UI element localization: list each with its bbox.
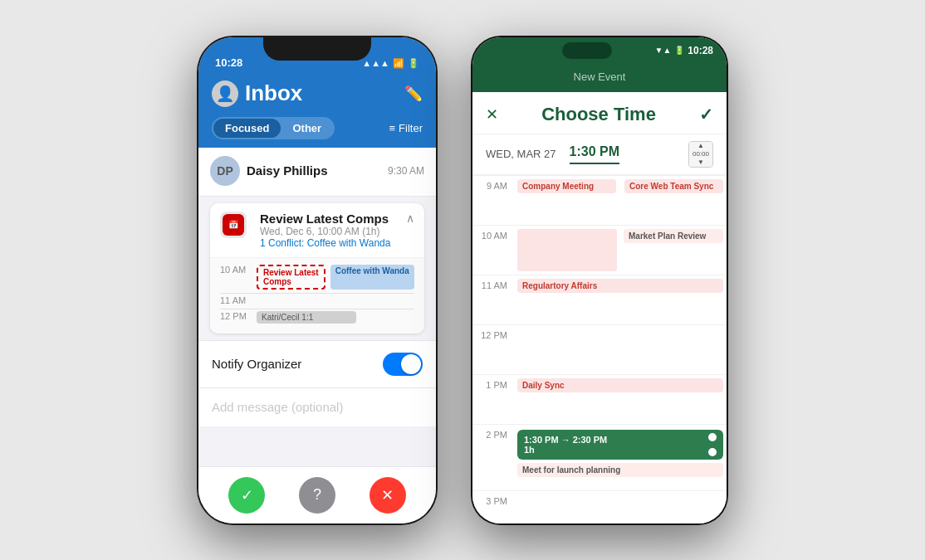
phones-container: 10:28 ▲▲▲ 📶 🔋 👤 Inbox ✏️ bbox=[197, 36, 728, 525]
company-meeting-event[interactable]: Company Meeting bbox=[517, 179, 616, 193]
maybe-button[interactable]: ? bbox=[299, 477, 335, 514]
android-screen: ▼▲ 🔋 10:28 New Event ✕ Choose Time ✓ WED… bbox=[472, 37, 727, 523]
drag-handle-top[interactable] bbox=[707, 431, 718, 443]
accept-button[interactable]: ✓ bbox=[228, 477, 265, 514]
filter-button[interactable]: ≡ Filter bbox=[389, 122, 423, 134]
event-card[interactable]: 📅 Review Latest Comps Wed, Dec 6, 10:00 … bbox=[210, 203, 424, 334]
events-12pm bbox=[514, 325, 727, 374]
decline-button[interactable]: ✕ bbox=[370, 477, 406, 514]
date-time-row: WED, MAR 27 1:30 PM ▲ 00:00 ▼ bbox=[472, 134, 727, 176]
cal-row-3pm: 3 PM bbox=[472, 491, 727, 523]
daily-sync-event[interactable]: Daily Sync bbox=[517, 378, 723, 392]
time-label-active[interactable]: 1:30 PM bbox=[570, 144, 619, 164]
launch-planning-event[interactable]: Meet for launch planning bbox=[517, 463, 723, 477]
signal-icon: ▲▲▲ bbox=[362, 58, 389, 68]
cal-row-12pm: 12 PM bbox=[472, 325, 727, 375]
event-subtitle: Wed, Dec 6, 10:00 AM (1h) bbox=[260, 226, 390, 237]
bg-10am-left bbox=[517, 229, 617, 271]
drag-handle-bottom[interactable] bbox=[707, 446, 718, 458]
decline-icon: ✕ bbox=[381, 486, 394, 504]
iphone-status-icons: ▲▲▲ 📶 🔋 bbox=[362, 58, 419, 69]
time-11am: 11 AM bbox=[472, 275, 514, 324]
12pm-row: 12 PM Katri/Cecil 1:1 bbox=[220, 311, 414, 324]
stepper-up-icon[interactable]: ▲ bbox=[689, 142, 712, 150]
battery-icon: 🔋 bbox=[408, 58, 419, 69]
tab-other[interactable]: Other bbox=[281, 119, 333, 138]
email-item[interactable]: DP Daisy Phillips 9:30 AM bbox=[198, 148, 436, 197]
android-status-bar: ▼▲ 🔋 10:28 bbox=[472, 37, 727, 64]
accept-icon: ✓ bbox=[241, 486, 253, 504]
inbox-title: Inbox bbox=[245, 80, 302, 106]
market-plan-event[interactable]: Market Plan Review bbox=[624, 229, 723, 243]
regulatory-event[interactable]: Regulartory Affairs bbox=[517, 279, 723, 293]
notify-row: Notify Organizer bbox=[198, 340, 436, 387]
choose-time-header: ✕ Choose Time ✓ bbox=[472, 92, 727, 134]
selected-duration: 1h bbox=[524, 445, 535, 455]
filter-icon: ≡ bbox=[389, 122, 396, 134]
email-time: 9:30 AM bbox=[388, 165, 424, 177]
events-1pm: Daily Sync bbox=[514, 375, 727, 424]
compose-icon[interactable]: ✏️ bbox=[404, 85, 423, 103]
time-2pm: 2 PM bbox=[472, 425, 514, 490]
add-message-input[interactable]: Add message (optional) bbox=[198, 387, 436, 426]
cal-row-11am: 11 AM Regulartory Affairs bbox=[472, 275, 727, 325]
time-stepper[interactable]: ▲ 00:00 ▼ bbox=[688, 141, 713, 168]
col-right-9am: Core Web Team Sync bbox=[621, 176, 727, 225]
iphone-time: 10:28 bbox=[215, 56, 242, 69]
sender-avatar: DP bbox=[210, 156, 240, 186]
cal-row-10am: 10 AM Market Plan Review bbox=[472, 226, 727, 275]
events-11am: Regulartory Affairs bbox=[514, 275, 727, 324]
sender-name: Daisy Phillips bbox=[247, 163, 328, 178]
time-10am: 10 AM bbox=[472, 226, 514, 275]
tab-row: Focused Other ≡ Filter bbox=[198, 117, 436, 148]
time-9am: 9 AM bbox=[472, 176, 514, 225]
sender-row: DP Daisy Phillips 9:30 AM bbox=[210, 156, 424, 186]
iphone-notch bbox=[263, 37, 371, 61]
11am-row: 11 AM bbox=[220, 295, 414, 305]
android-time: 10:28 bbox=[688, 45, 713, 56]
user-avatar[interactable]: 👤 bbox=[212, 80, 238, 107]
toggle-knob bbox=[401, 354, 421, 374]
iphone-screen: 10:28 ▲▲▲ 📶 🔋 👤 Inbox ✏️ bbox=[198, 37, 436, 523]
event-icon-inner: 📅 bbox=[223, 214, 244, 236]
time-label-10am: 10 AM bbox=[220, 265, 252, 290]
time-3pm: 3 PM bbox=[472, 491, 514, 523]
divider-12pm bbox=[220, 309, 414, 309]
notify-toggle[interactable] bbox=[383, 353, 423, 376]
camera-pill bbox=[562, 42, 612, 59]
choose-time-title: Choose Time bbox=[541, 104, 656, 125]
events-2pm: 1:30 PM → 2:30 PM 1h Meet for launch pla… bbox=[514, 425, 727, 490]
events-10am bbox=[514, 226, 620, 275]
inbox-title-row: 👤 Inbox bbox=[212, 80, 302, 107]
time-label-12pm: 12 PM bbox=[220, 311, 252, 324]
battery-android-icon: 🔋 bbox=[674, 46, 684, 55]
chevron-up-icon[interactable]: ∧ bbox=[406, 212, 414, 225]
notify-label: Notify Organizer bbox=[212, 357, 301, 371]
android-frame: ▼▲ 🔋 10:28 New Event ✕ Choose Time ✓ WED… bbox=[471, 36, 728, 525]
review-comps-block: Review LatestComps bbox=[257, 265, 325, 290]
new-event-bar: New Event bbox=[472, 64, 727, 92]
events-10am-right: Market Plan Review bbox=[620, 226, 727, 275]
date-label[interactable]: WED, MAR 27 bbox=[486, 148, 556, 160]
time-1pm: 1 PM bbox=[472, 375, 514, 424]
new-event-label: New Event bbox=[574, 71, 626, 83]
stepper-down-icon[interactable]: ▼ bbox=[689, 158, 712, 167]
confirm-button[interactable]: ✓ bbox=[699, 105, 713, 124]
conflict-text[interactable]: 1 Conflict: Coffee with Wanda bbox=[260, 237, 390, 249]
tab-focused[interactable]: Focused bbox=[213, 119, 281, 138]
close-button[interactable]: ✕ bbox=[486, 105, 498, 124]
selected-time-block[interactable]: 1:30 PM → 2:30 PM 1h bbox=[517, 430, 723, 460]
filter-label: Filter bbox=[399, 122, 423, 134]
coffee-block: Coffee with Wanda bbox=[330, 265, 414, 290]
divider-11am bbox=[220, 293, 414, 294]
calendar-grid: 9 AM Company Meeting Core Web Team Sync … bbox=[472, 176, 727, 523]
event-icon: 📅 bbox=[220, 212, 247, 238]
sender-info: Daisy Phillips bbox=[247, 163, 381, 178]
meeting-block: Katri/Cecil 1:1 bbox=[257, 311, 356, 324]
cal-row-2pm: 2 PM 1:30 PM → 2:30 PM 1h Meet for launc… bbox=[472, 425, 727, 491]
event-title: Review Latest Comps bbox=[260, 212, 390, 226]
core-web-sync-event[interactable]: Core Web Team Sync bbox=[624, 179, 723, 193]
events-3pm bbox=[514, 491, 727, 523]
10am-row: 10 AM Review LatestComps Coffee with Wan… bbox=[220, 265, 414, 290]
wifi-icon: 📶 bbox=[393, 58, 404, 69]
